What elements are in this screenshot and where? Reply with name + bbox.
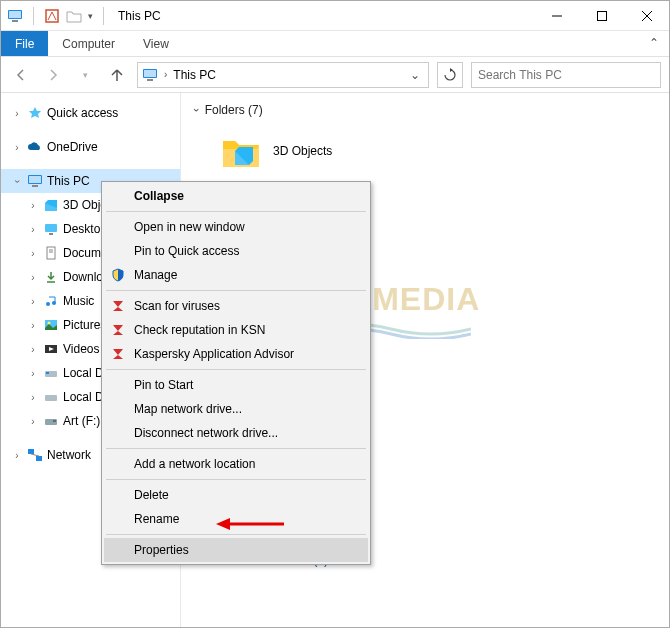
- chevron-right-icon[interactable]: ›: [11, 450, 23, 461]
- qat-properties-icon[interactable]: [44, 8, 60, 24]
- menu-item-kaspersky-application-advisor[interactable]: Kaspersky Application Advisor: [104, 342, 368, 366]
- sidebar-item-onedrive[interactable]: › OneDrive: [1, 135, 180, 159]
- sidebar-label: Local Di: [63, 366, 106, 380]
- sidebar-label: Network: [47, 448, 91, 462]
- svg-rect-5: [597, 11, 606, 20]
- desktop-icon: [43, 221, 59, 237]
- this-pc-icon: [27, 173, 43, 189]
- qat-dropdown-icon[interactable]: ▾: [88, 11, 93, 21]
- chevron-right-icon[interactable]: ›: [27, 320, 39, 331]
- removable-disk-icon: [43, 413, 59, 429]
- menu-item-label: Map network drive...: [134, 402, 242, 416]
- menu-item-label: Disconnect network drive...: [134, 426, 278, 440]
- annotation-arrow: [216, 516, 286, 532]
- tab-view[interactable]: View: [129, 31, 183, 56]
- chevron-right-icon[interactable]: ›: [27, 392, 39, 403]
- back-button[interactable]: [9, 63, 33, 87]
- menu-item-label: Manage: [134, 268, 177, 282]
- address-bar[interactable]: › This PC ⌄: [137, 62, 429, 88]
- menu-item-delete[interactable]: Delete: [104, 483, 368, 507]
- chevron-down-icon[interactable]: ›: [191, 108, 203, 112]
- refresh-button[interactable]: [437, 62, 463, 88]
- chevron-down-icon[interactable]: ›: [12, 175, 23, 187]
- maximize-button[interactable]: [579, 1, 624, 31]
- breadcrumb[interactable]: This PC: [173, 68, 216, 82]
- chevron-right-icon[interactable]: ›: [11, 142, 23, 153]
- menu-separator: [106, 448, 366, 449]
- window-title: This PC: [118, 9, 161, 23]
- svg-rect-27: [46, 372, 49, 374]
- menu-item-pin-to-quick-access[interactable]: Pin to Quick access: [104, 239, 368, 263]
- this-pc-icon-small: [7, 8, 23, 24]
- group-label: Folders (7): [205, 103, 263, 117]
- svg-rect-10: [147, 79, 153, 81]
- kaspersky-icon: [110, 322, 126, 338]
- chevron-right-icon[interactable]: ›: [27, 368, 39, 379]
- menu-item-label: Kaspersky Application Advisor: [134, 347, 294, 361]
- close-button[interactable]: [624, 1, 669, 31]
- 3d-objects-icon: [43, 197, 59, 213]
- minimize-button[interactable]: [534, 1, 579, 31]
- menu-separator: [106, 479, 366, 480]
- context-menu: CollapseOpen in new windowPin to Quick a…: [101, 181, 371, 565]
- svg-line-33: [31, 454, 39, 456]
- menu-item-scan-for-viruses[interactable]: Scan for viruses: [104, 294, 368, 318]
- menu-item-label: Delete: [134, 488, 169, 502]
- forward-button[interactable]: [41, 63, 65, 87]
- chevron-right-icon[interactable]: ›: [27, 224, 39, 235]
- address-dropdown-icon[interactable]: ⌄: [406, 68, 424, 82]
- svg-rect-28: [45, 395, 57, 401]
- ribbon-expand-icon[interactable]: ⌄: [649, 35, 659, 49]
- sidebar-label: Local Di: [63, 390, 106, 404]
- chevron-right-icon[interactable]: ›: [27, 416, 39, 427]
- menu-item-label: Check reputation in KSN: [134, 323, 265, 337]
- folder-item-3d-objects[interactable]: 3D Objects: [219, 129, 669, 173]
- music-icon: [43, 293, 59, 309]
- this-pc-icon: [142, 67, 158, 83]
- up-button[interactable]: [105, 63, 129, 87]
- recent-dropdown-icon[interactable]: ▾: [73, 63, 97, 87]
- svg-point-22: [52, 301, 56, 305]
- chevron-right-icon[interactable]: ›: [27, 248, 39, 259]
- menu-item-open-in-new-window[interactable]: Open in new window: [104, 215, 368, 239]
- menu-item-map-network-drive[interactable]: Map network drive...: [104, 397, 368, 421]
- menu-item-collapse[interactable]: Collapse: [104, 184, 368, 208]
- svg-rect-16: [49, 233, 53, 235]
- menu-item-manage[interactable]: Manage: [104, 263, 368, 287]
- group-header-folders[interactable]: › Folders (7): [191, 103, 669, 117]
- pictures-icon: [43, 317, 59, 333]
- search-input[interactable]: [471, 62, 661, 88]
- menu-item-pin-to-start[interactable]: Pin to Start: [104, 373, 368, 397]
- menu-item-label: Open in new window: [134, 220, 245, 234]
- breadcrumb-sep-icon[interactable]: ›: [164, 69, 167, 80]
- qat-divider-2: [103, 7, 104, 25]
- menu-separator: [106, 211, 366, 212]
- menu-separator: [106, 534, 366, 535]
- qat-new-folder-icon[interactable]: [66, 8, 82, 24]
- chevron-right-icon[interactable]: ›: [27, 344, 39, 355]
- cloud-icon: [27, 139, 43, 155]
- menu-item-disconnect-network-drive[interactable]: Disconnect network drive...: [104, 421, 368, 445]
- chevron-right-icon[interactable]: ›: [27, 200, 39, 211]
- menu-item-add-a-network-location[interactable]: Add a network location: [104, 452, 368, 476]
- chevron-right-icon[interactable]: ›: [11, 108, 23, 119]
- sidebar-item-quick-access[interactable]: › Quick access: [1, 101, 180, 125]
- file-tab[interactable]: File: [1, 31, 48, 56]
- chevron-right-icon[interactable]: ›: [27, 296, 39, 307]
- svg-rect-12: [29, 176, 41, 183]
- menu-item-properties[interactable]: Properties: [104, 538, 368, 562]
- svg-rect-2: [12, 20, 18, 22]
- svg-rect-31: [28, 449, 34, 454]
- menu-item-label: Scan for viruses: [134, 299, 220, 313]
- nav-bar: ▾ › This PC ⌄: [1, 57, 669, 93]
- chevron-right-icon[interactable]: ›: [27, 272, 39, 283]
- disk-icon: [43, 389, 59, 405]
- menu-item-check-reputation-in-ksn[interactable]: Check reputation in KSN: [104, 318, 368, 342]
- tab-computer[interactable]: Computer: [48, 31, 129, 56]
- svg-rect-32: [36, 456, 42, 461]
- disk-icon: [43, 365, 59, 381]
- sidebar-label: Music: [63, 294, 94, 308]
- menu-item-label: Add a network location: [134, 457, 255, 471]
- sidebar-label: Downlo: [63, 270, 103, 284]
- documents-icon: [43, 245, 59, 261]
